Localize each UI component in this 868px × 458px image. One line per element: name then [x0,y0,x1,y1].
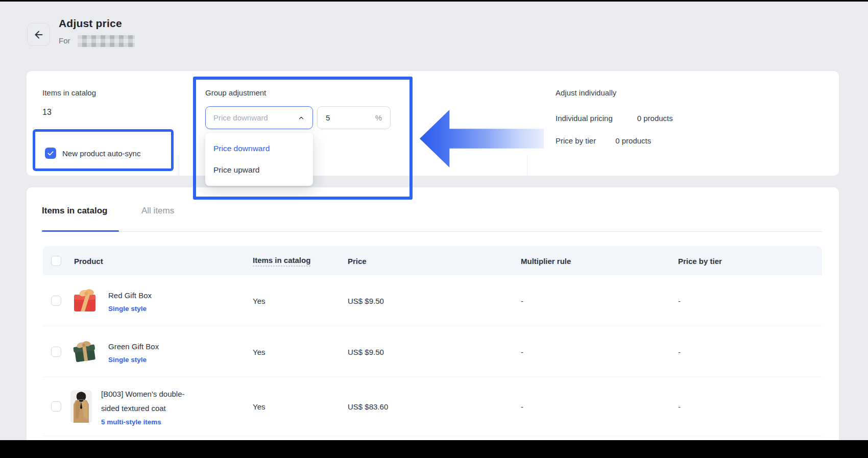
price-by-tier-cell: - [678,402,681,411]
womens-coat-image [70,390,92,423]
items-in-catalog-label: Items in catalog [42,88,96,97]
select-all-checkbox[interactable] [51,256,61,266]
row-checkbox[interactable] [51,296,61,306]
green-gift-box-image [70,338,99,366]
redacted-store-name [78,35,135,47]
chevron-up-icon [298,114,305,122]
price-cell: US$ $9.50 [348,347,384,356]
table-row: Green Gift Box Single style Yes US$ $9.5… [43,326,822,377]
dropdown-option-price-downward[interactable]: Price downward [205,138,313,159]
column-header-items-in-catalog[interactable]: Items in catalog [253,255,310,266]
price-cell: US$ $9.50 [348,296,384,305]
adjustment-amount-input[interactable]: 5 % [317,106,391,129]
percent-unit: % [375,113,382,122]
price-by-tier-label: Price by tier [556,136,596,187]
select-placeholder: Price downward [213,113,268,122]
in-catalog-cell: Yes [253,347,265,356]
auto-sync-checkbox[interactable] [45,148,56,159]
price-by-tier-value: 0 products [615,136,651,187]
column-header-price-by-tier: Price by tier [678,256,722,265]
items-in-catalog-value: 13 [42,108,52,117]
product-name: [B003] Women's double-sided textured coa… [101,387,192,416]
column-header-product: Product [74,256,103,265]
price-by-tier-cell: - [678,296,681,305]
tab-all-items[interactable]: All items [141,206,174,216]
amount-value: 5 [326,113,330,122]
in-catalog-cell: Yes [253,296,265,305]
arrow-left-icon [33,29,44,40]
adjustment-direction-select[interactable]: Price downward [205,106,313,129]
dropdown-option-price-upward[interactable]: Price upward [205,159,313,181]
auto-sync-label: New product auto-sync [62,149,140,158]
adjust-price-page: Adjust price For Items in catalog 13 New… [0,2,868,440]
table-header-row: Product Items in catalog Price Multiplie… [43,246,822,275]
multiplier-rule-cell: - [521,402,523,411]
column-header-price: Price [348,256,367,265]
product-style-link[interactable]: Single style [108,356,159,364]
product-style-link[interactable]: 5 multi-style items [101,418,192,426]
row-checkbox[interactable] [51,347,61,357]
back-button[interactable] [27,23,50,46]
catalog-table: Product Items in catalog Price Multiplie… [43,246,822,436]
group-adjustment-label: Group adjustment [205,88,266,97]
red-gift-box-image [70,286,99,315]
summary-card [27,71,839,176]
multiplier-rule-cell: - [521,347,523,356]
auto-sync-checkbox-row[interactable]: New product auto-sync [45,148,140,159]
product-style-link[interactable]: Single style [108,305,152,312]
product-name: Red Gift Box [108,288,152,303]
table-row: Red Gift Box Single style Yes US$ $9.50 … [43,275,822,326]
adjustment-direction-dropdown: Price downward Price upward [205,133,313,186]
row-checkbox[interactable] [51,401,61,412]
product-name: Green Gift Box [108,340,159,354]
tab-divider [43,231,822,232]
column-header-multiplier-rule: Multiplier rule [521,256,571,265]
table-row: [B003] Women's double-sided textured coa… [43,377,822,436]
in-catalog-cell: Yes [253,402,265,411]
check-icon [47,150,54,157]
tab-items-in-catalog[interactable]: Items in catalog [42,206,107,216]
page-subtitle-prefix: For [59,36,70,45]
price-by-tier-row: Price by tier 0 products [556,136,651,187]
page-title: Adjust price [59,17,122,30]
active-tab-underline [42,230,119,232]
price-by-tier-cell: - [678,347,681,356]
adjust-individually-label: Adjust individually [556,88,616,97]
price-cell: US$ $83.60 [348,402,388,411]
multiplier-rule-cell: - [521,296,523,305]
